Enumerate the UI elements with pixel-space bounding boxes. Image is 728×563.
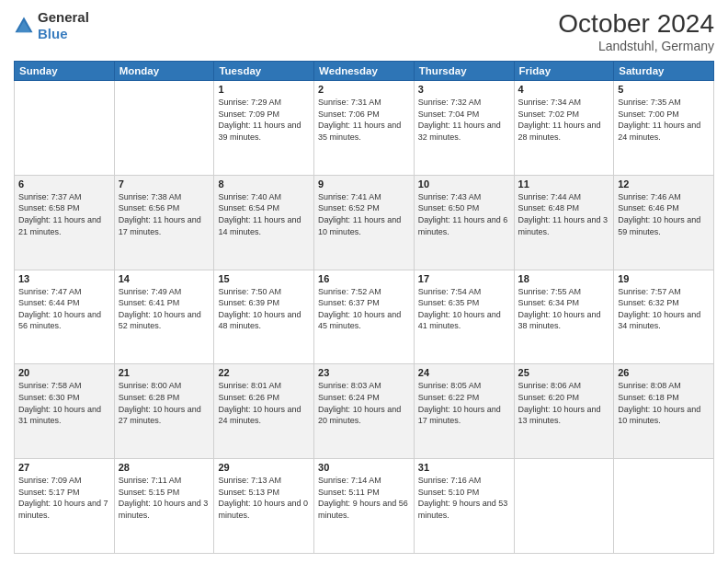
day-info: Sunrise: 7:47 AM Sunset: 6:44 PM Dayligh… <box>18 286 110 332</box>
table-row: 18Sunrise: 7:55 AM Sunset: 6:34 PM Dayli… <box>514 270 614 364</box>
table-row: 19Sunrise: 7:57 AM Sunset: 6:32 PM Dayli… <box>614 270 714 364</box>
location: Landstuhl, Germany <box>558 39 714 53</box>
day-number: 19 <box>618 273 710 284</box>
table-row: 10Sunrise: 7:43 AM Sunset: 6:50 PM Dayli… <box>414 175 514 270</box>
day-number: 23 <box>318 367 410 378</box>
table-row: 31Sunrise: 7:16 AM Sunset: 5:10 PM Dayli… <box>414 459 514 554</box>
table-row: 4Sunrise: 7:34 AM Sunset: 7:02 PM Daylig… <box>514 81 614 176</box>
day-number: 5 <box>618 84 710 95</box>
table-row <box>514 459 614 554</box>
day-info: Sunrise: 7:41 AM Sunset: 6:52 PM Dayligh… <box>318 191 410 237</box>
day-info: Sunrise: 7:57 AM Sunset: 6:32 PM Dayligh… <box>618 286 710 332</box>
day-number: 26 <box>618 367 710 378</box>
day-info: Sunrise: 8:01 AM Sunset: 6:26 PM Dayligh… <box>218 380 310 426</box>
table-row: 16Sunrise: 7:52 AM Sunset: 6:37 PM Dayli… <box>314 270 415 364</box>
table-row: 28Sunrise: 7:11 AM Sunset: 5:15 PM Dayli… <box>114 459 214 554</box>
table-row: 27Sunrise: 7:09 AM Sunset: 5:17 PM Dayli… <box>15 459 115 554</box>
table-row: 8Sunrise: 7:40 AM Sunset: 6:54 PM Daylig… <box>214 175 314 270</box>
day-number: 1 <box>218 84 310 95</box>
day-number: 12 <box>618 178 710 190</box>
day-number: 31 <box>418 462 510 473</box>
table-row: 21Sunrise: 8:00 AM Sunset: 6:28 PM Dayli… <box>114 364 214 459</box>
day-info: Sunrise: 8:05 AM Sunset: 6:22 PM Dayligh… <box>418 380 510 426</box>
day-info: Sunrise: 8:03 AM Sunset: 6:24 PM Dayligh… <box>318 380 410 426</box>
day-info: Sunrise: 7:43 AM Sunset: 6:50 PM Dayligh… <box>418 191 510 237</box>
calendar-table: Sunday Monday Tuesday Wednesday Thursday… <box>14 61 714 554</box>
day-info: Sunrise: 7:50 AM Sunset: 6:39 PM Dayligh… <box>218 286 310 332</box>
table-row: 5Sunrise: 7:35 AM Sunset: 7:00 PM Daylig… <box>614 81 714 176</box>
day-number: 10 <box>418 178 510 190</box>
table-row: 6Sunrise: 7:37 AM Sunset: 6:58 PM Daylig… <box>15 175 115 270</box>
day-info: Sunrise: 7:44 AM Sunset: 6:48 PM Dayligh… <box>518 191 610 237</box>
table-row: 11Sunrise: 7:44 AM Sunset: 6:48 PM Dayli… <box>514 175 614 270</box>
table-row <box>114 81 214 176</box>
day-info: Sunrise: 7:40 AM Sunset: 6:54 PM Dayligh… <box>218 191 310 237</box>
day-number: 18 <box>518 273 610 284</box>
table-row: 25Sunrise: 8:06 AM Sunset: 6:20 PM Dayli… <box>514 364 614 459</box>
day-info: Sunrise: 7:55 AM Sunset: 6:34 PM Dayligh… <box>518 286 610 332</box>
table-row: 13Sunrise: 7:47 AM Sunset: 6:44 PM Dayli… <box>15 270 115 364</box>
table-row: 20Sunrise: 7:58 AM Sunset: 6:30 PM Dayli… <box>15 364 115 459</box>
day-info: Sunrise: 7:49 AM Sunset: 6:41 PM Dayligh… <box>119 286 210 332</box>
day-number: 29 <box>218 462 310 473</box>
table-row: 17Sunrise: 7:54 AM Sunset: 6:35 PM Dayli… <box>414 270 514 364</box>
col-thursday: Thursday <box>414 62 514 81</box>
day-info: Sunrise: 7:31 AM Sunset: 7:06 PM Dayligh… <box>318 97 410 143</box>
day-info: Sunrise: 7:09 AM Sunset: 5:17 PM Dayligh… <box>18 475 110 521</box>
day-number: 3 <box>418 84 510 95</box>
table-row: 12Sunrise: 7:46 AM Sunset: 6:46 PM Dayli… <box>614 175 714 270</box>
title-block: October 2024 Landstuhl, Germany <box>558 9 714 53</box>
day-number: 17 <box>418 273 510 284</box>
day-number: 6 <box>18 178 110 190</box>
day-info: Sunrise: 7:14 AM Sunset: 5:11 PM Dayligh… <box>318 475 410 521</box>
calendar-week-row: 1Sunrise: 7:29 AM Sunset: 7:09 PM Daylig… <box>15 81 714 176</box>
table-row <box>614 459 714 554</box>
col-sunday: Sunday <box>15 62 115 81</box>
table-row: 7Sunrise: 7:38 AM Sunset: 6:56 PM Daylig… <box>114 175 214 270</box>
calendar-week-row: 27Sunrise: 7:09 AM Sunset: 5:17 PM Dayli… <box>15 459 714 554</box>
table-row <box>15 81 115 176</box>
table-row: 15Sunrise: 7:50 AM Sunset: 6:39 PM Dayli… <box>214 270 314 364</box>
day-number: 20 <box>18 367 110 378</box>
day-info: Sunrise: 7:52 AM Sunset: 6:37 PM Dayligh… <box>318 286 410 332</box>
day-info: Sunrise: 8:08 AM Sunset: 6:18 PM Dayligh… <box>618 380 710 426</box>
table-row: 9Sunrise: 7:41 AM Sunset: 6:52 PM Daylig… <box>314 175 415 270</box>
day-number: 11 <box>518 178 610 190</box>
day-info: Sunrise: 7:38 AM Sunset: 6:56 PM Dayligh… <box>119 191 210 237</box>
month-year: October 2024 <box>558 9 714 39</box>
calendar-week-row: 6Sunrise: 7:37 AM Sunset: 6:58 PM Daylig… <box>15 175 714 270</box>
calendar-week-row: 20Sunrise: 7:58 AM Sunset: 6:30 PM Dayli… <box>15 364 714 459</box>
col-tuesday: Tuesday <box>214 62 314 81</box>
day-number: 22 <box>218 367 310 378</box>
day-number: 8 <box>218 178 310 190</box>
col-friday: Friday <box>514 62 614 81</box>
day-info: Sunrise: 7:16 AM Sunset: 5:10 PM Dayligh… <box>418 475 510 521</box>
day-info: Sunrise: 7:54 AM Sunset: 6:35 PM Dayligh… <box>418 286 510 332</box>
table-row: 23Sunrise: 8:03 AM Sunset: 6:24 PM Dayli… <box>314 364 415 459</box>
table-row: 14Sunrise: 7:49 AM Sunset: 6:41 PM Dayli… <box>114 270 214 364</box>
table-row: 24Sunrise: 8:05 AM Sunset: 6:22 PM Dayli… <box>414 364 514 459</box>
day-number: 28 <box>119 462 210 473</box>
day-number: 21 <box>119 367 210 378</box>
day-number: 25 <box>518 367 610 378</box>
day-number: 7 <box>119 178 210 190</box>
day-number: 16 <box>318 273 410 284</box>
col-saturday: Saturday <box>614 62 714 81</box>
day-number: 14 <box>119 273 210 284</box>
day-info: Sunrise: 7:13 AM Sunset: 5:13 PM Dayligh… <box>218 475 310 521</box>
header: General Blue October 2024 Landstuhl, Ger… <box>14 9 714 53</box>
day-info: Sunrise: 7:58 AM Sunset: 6:30 PM Dayligh… <box>18 380 110 426</box>
day-info: Sunrise: 7:29 AM Sunset: 7:09 PM Dayligh… <box>218 97 310 143</box>
day-number: 4 <box>518 84 610 95</box>
logo: General Blue <box>14 9 89 42</box>
table-row: 3Sunrise: 7:32 AM Sunset: 7:04 PM Daylig… <box>414 81 514 176</box>
calendar-header-row: Sunday Monday Tuesday Wednesday Thursday… <box>15 62 714 81</box>
table-row: 26Sunrise: 8:08 AM Sunset: 6:18 PM Dayli… <box>614 364 714 459</box>
day-number: 9 <box>318 178 410 190</box>
day-info: Sunrise: 8:06 AM Sunset: 6:20 PM Dayligh… <box>518 380 610 426</box>
day-number: 27 <box>18 462 110 473</box>
day-number: 15 <box>218 273 310 284</box>
day-info: Sunrise: 7:32 AM Sunset: 7:04 PM Dayligh… <box>418 97 510 143</box>
day-info: Sunrise: 7:34 AM Sunset: 7:02 PM Dayligh… <box>518 97 610 143</box>
col-wednesday: Wednesday <box>314 62 415 81</box>
